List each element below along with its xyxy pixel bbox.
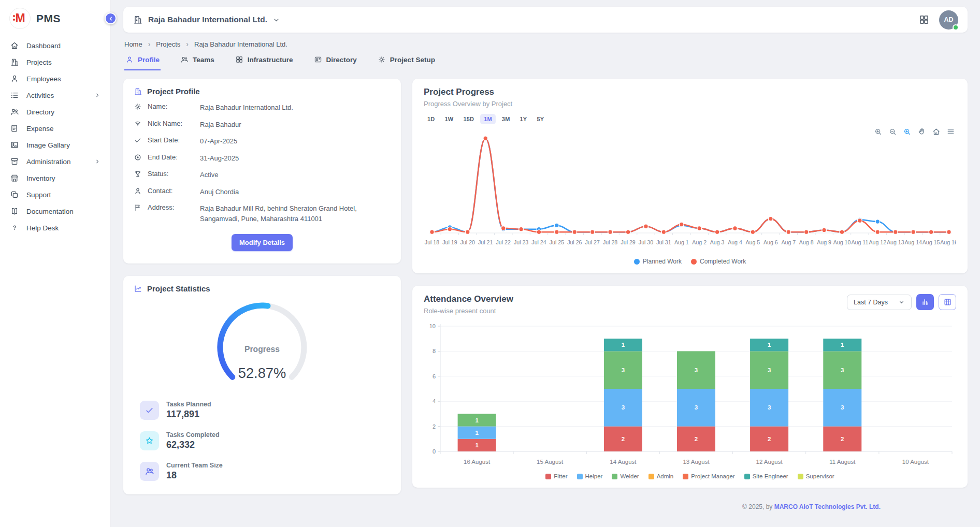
svg-text:1: 1 — [768, 342, 771, 348]
svg-text:3: 3 — [695, 367, 698, 373]
image-icon — [10, 140, 19, 150]
line-chart-legend: Planned Work Completed Work — [424, 257, 956, 267]
svg-text:Aug 15: Aug 15 — [923, 239, 940, 245]
question-icon — [10, 223, 19, 232]
sidebar-item-administration[interactable]: Administration — [0, 153, 110, 170]
company-link[interactable]: MARCO AIoT Technologies Pvt. Ltd. — [774, 503, 881, 510]
sidebar-item-directory[interactable]: Directory — [0, 104, 110, 120]
table-view-button[interactable] — [939, 294, 956, 310]
progress-gauge-svg: Progress 52.87% — [201, 298, 323, 389]
breadcrumb: Home› Projects› Raja Bahadur Internation… — [124, 40, 967, 48]
attendance-bar-chart: 024681011116 August15 August233114 Augus… — [424, 321, 956, 472]
tab-infrastructure[interactable]: Infrastructure — [234, 50, 294, 70]
legend-project-manager[interactable]: Project Manager — [683, 473, 734, 479]
range-button-1m[interactable]: 1M — [480, 114, 496, 124]
range-button-1y[interactable]: 1Y — [516, 114, 531, 124]
legend-planned-work[interactable]: Planned Work — [634, 258, 682, 265]
svg-text:1: 1 — [475, 430, 479, 436]
tab-profile[interactable]: Profile — [124, 50, 161, 70]
chart-title: Attendance Overview — [424, 294, 513, 304]
svg-text:0: 0 — [433, 448, 436, 455]
svg-text:Aug 5: Aug 5 — [746, 239, 760, 245]
sidebar-item-activities[interactable]: Activities — [0, 87, 110, 104]
svg-text:Aug 12: Aug 12 — [869, 239, 887, 245]
range-button-15d[interactable]: 15D — [459, 114, 478, 124]
profile-field-end-date: End Date: 31-Aug-2025 — [134, 153, 391, 164]
svg-text:10: 10 — [429, 323, 436, 329]
attendance-overview-card: Attendance Overview Role-wise present co… — [412, 286, 968, 488]
modify-details-button[interactable]: Modify Details — [232, 234, 293, 251]
svg-text:3: 3 — [622, 404, 625, 411]
svg-text:Aug 8: Aug 8 — [799, 239, 814, 245]
profile-field-contact: Contact: Anuj Chordia — [134, 187, 391, 197]
line-chart-svg: Jul 18Jul 19Jul 20Jul 21Jul 22Jul 23Jul … — [424, 126, 956, 257]
tab-project-setup[interactable]: Project Setup — [377, 50, 436, 70]
legend-fitter[interactable]: Fitter — [545, 473, 567, 479]
legend-welder[interactable]: Welder — [612, 473, 639, 479]
date-range-select[interactable]: Last 7 Days — [847, 295, 912, 310]
content: Project Profile Name: Raja Bahadur Inter… — [123, 79, 968, 515]
sidebar-item-image-gallary[interactable]: Image Gallary — [0, 137, 110, 153]
home-icon — [10, 41, 19, 50]
selection-zoom-icon[interactable] — [903, 127, 912, 136]
legend-completed-work[interactable]: Completed Work — [691, 258, 746, 265]
zoom-out-icon[interactable] — [888, 127, 897, 136]
copy-icon — [10, 190, 19, 199]
chart-subtitle: Progress Overview by Project — [424, 100, 956, 108]
chart-title: Project Progress — [424, 87, 956, 97]
apps-grid-icon[interactable] — [918, 14, 930, 25]
legend-helper[interactable]: Helper — [577, 473, 603, 479]
svg-text:13 August: 13 August — [683, 459, 710, 465]
time-range-selector: 1D1W15D1M3M1Y5Y — [424, 114, 956, 124]
star-icon — [145, 436, 154, 446]
wifi-icon — [134, 120, 142, 128]
table-grid-icon — [943, 298, 952, 306]
svg-text:Jul 25: Jul 25 — [550, 239, 564, 245]
breadcrumb-home[interactable]: Home — [124, 40, 142, 48]
zoom-in-icon[interactable] — [874, 127, 883, 136]
sidebar-item-dashboard[interactable]: Dashboard — [0, 37, 110, 54]
legend-site-engineer[interactable]: Site Engineer — [744, 473, 788, 479]
svg-text:6: 6 — [433, 373, 436, 379]
sidebar-item-documentation[interactable]: Documentation — [0, 203, 110, 219]
svg-text:Jul 30: Jul 30 — [639, 239, 653, 245]
tab-directory[interactable]: Directory — [313, 50, 358, 70]
range-button-1d[interactable]: 1D — [424, 114, 438, 124]
sidebar-item-projects[interactable]: Projects — [0, 54, 110, 70]
home-icon[interactable] — [932, 127, 941, 136]
sidebar-collapse-button[interactable] — [105, 12, 117, 24]
svg-text:Jul 22: Jul 22 — [496, 239, 511, 245]
menu-icon[interactable] — [946, 127, 955, 136]
chart-toolbar — [874, 127, 955, 136]
gear-icon — [134, 103, 142, 111]
svg-text:1: 1 — [475, 417, 479, 423]
idcard-icon — [314, 55, 322, 64]
tab-teams[interactable]: Teams — [179, 50, 215, 70]
legend-supervisor[interactable]: Supervisor — [798, 473, 834, 479]
person-icon — [134, 187, 142, 195]
company-selector[interactable]: Raja Bahadur International Ltd. — [133, 14, 280, 25]
legend-admin[interactable]: Admin — [648, 473, 674, 479]
user-avatar[interactable]: AD — [939, 10, 958, 30]
svg-text:Jul 31: Jul 31 — [656, 239, 671, 245]
trophy-icon — [134, 170, 142, 178]
sidebar-item-employees[interactable]: Employees — [0, 70, 110, 87]
chart-subtitle: Role-wise present count — [424, 307, 513, 315]
sidebar-item-inventory[interactable]: Inventory — [0, 170, 110, 186]
svg-text:Jul 26: Jul 26 — [567, 239, 582, 245]
home-icon — [932, 127, 941, 136]
sidebar-item-help-desk[interactable]: Help Desk — [0, 219, 110, 236]
range-button-5y[interactable]: 5Y — [533, 114, 547, 124]
breadcrumb-projects[interactable]: Projects — [156, 40, 180, 48]
pan-icon — [917, 127, 926, 136]
pan-icon[interactable] — [917, 127, 926, 136]
sidebar-item-expense[interactable]: Expense — [0, 120, 110, 137]
svg-text:Aug 11: Aug 11 — [852, 239, 869, 245]
range-button-3m[interactable]: 3M — [498, 114, 514, 124]
chart-view-button[interactable] — [916, 294, 934, 310]
svg-text:Jul 21: Jul 21 — [478, 239, 493, 245]
range-button-1w[interactable]: 1W — [441, 114, 457, 124]
sidebar-item-support[interactable]: Support — [0, 186, 110, 203]
svg-text:Progress: Progress — [244, 345, 280, 354]
people-icon — [180, 55, 189, 64]
